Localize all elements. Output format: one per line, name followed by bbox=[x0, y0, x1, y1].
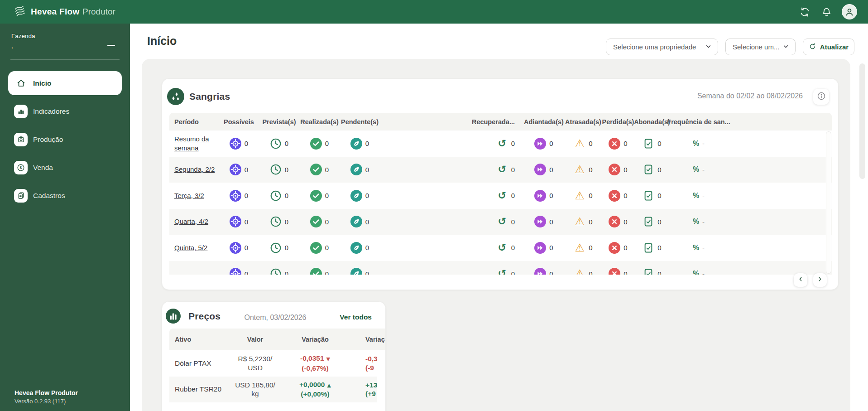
column-header: Adiantada(s) bbox=[524, 118, 564, 126]
precos-table-scrollbar[interactable] bbox=[377, 350, 386, 405]
sangria-period-link[interactable]: Terça, 3/2 bbox=[174, 191, 204, 200]
sidebar-item-indicadores[interactable]: Indicadores bbox=[8, 99, 122, 123]
brand-logo: Hevea Flow Produtor bbox=[14, 5, 115, 19]
undo-arrow-icon: ↺ bbox=[496, 138, 508, 150]
topbar: Hevea Flow Produtor bbox=[0, 0, 868, 24]
page-header: Início Selecione uma propriedade Selecio… bbox=[130, 24, 868, 59]
status-cell: 0 bbox=[350, 268, 369, 275]
topbar-actions bbox=[798, 4, 857, 19]
frequency-cell: %- bbox=[693, 218, 705, 226]
leaf-circle-icon bbox=[350, 190, 362, 202]
cell-value: 0 bbox=[325, 192, 329, 199]
status-cell: 0 bbox=[534, 164, 553, 175]
cell-value: 0 bbox=[589, 218, 592, 226]
sangrias-table-scrollbar[interactable] bbox=[826, 131, 831, 274]
column-header: Pendente(s) bbox=[341, 118, 379, 126]
check-circle-icon bbox=[310, 164, 322, 175]
bell-icon[interactable] bbox=[820, 5, 833, 18]
target-circle-icon bbox=[230, 190, 241, 202]
app-window: Hevea Flow Produtor Fazenda , bbox=[0, 0, 868, 411]
sangria-period-link[interactable]: Segunda, 2/2 bbox=[174, 165, 215, 174]
scale-icon bbox=[14, 133, 28, 146]
warning-triangle-icon: ⚠ bbox=[574, 138, 585, 150]
sangrias-card: Sangrias Semana do 02/02 ao 08/02/2026 P… bbox=[162, 78, 839, 290]
farm-value: , bbox=[11, 43, 13, 49]
user-avatar[interactable] bbox=[842, 4, 857, 19]
x-circle-icon bbox=[609, 164, 620, 175]
cell-value: 0 bbox=[365, 244, 369, 251]
file-check-icon bbox=[643, 138, 654, 150]
secondary-select-value: Selecione um... bbox=[733, 43, 779, 51]
sidebar-item-inicio[interactable]: Início bbox=[8, 71, 122, 95]
status-cell: 0 bbox=[230, 268, 248, 275]
status-cell: ⚠0 bbox=[574, 216, 592, 227]
status-cell: 0 bbox=[609, 138, 627, 150]
status-cell: 0 bbox=[609, 268, 627, 275]
sangria-period-link[interactable]: Quarta, 4/2 bbox=[174, 217, 208, 226]
status-cell: 0 bbox=[270, 138, 288, 150]
warning-triangle-icon: ⚠ bbox=[574, 164, 585, 175]
sidebar-item-producao[interactable]: Produção bbox=[8, 127, 122, 151]
table-row: Terça, 3/20000↺00⚠000%- bbox=[169, 183, 832, 209]
sync-icon[interactable] bbox=[798, 5, 811, 18]
cell-value: 0 bbox=[657, 166, 661, 174]
cell-value: 0 bbox=[245, 244, 248, 251]
previous-page-button[interactable] bbox=[794, 273, 807, 287]
cell-value: 0 bbox=[325, 244, 329, 251]
cell-value: 0 bbox=[657, 192, 661, 199]
view-all-link[interactable]: Ver todos bbox=[340, 313, 372, 321]
status-cell: ↺0 bbox=[496, 242, 523, 254]
leaf-circle-icon bbox=[350, 268, 362, 275]
column-header: Variaç bbox=[349, 336, 385, 343]
collapse-sidebar-button[interactable] bbox=[106, 42, 116, 49]
file-check-icon bbox=[643, 216, 654, 227]
cell-value: 0 bbox=[589, 192, 592, 199]
x-circle-icon bbox=[609, 268, 620, 275]
sidebar-item-venda[interactable]: $ Venda bbox=[8, 155, 122, 179]
secondary-select[interactable]: Selecione um... bbox=[725, 39, 796, 55]
sidebar-item-label: Início bbox=[33, 79, 51, 87]
status-cell: 0 bbox=[310, 216, 329, 227]
target-circle-icon bbox=[230, 138, 241, 150]
variation-daily: +0,0000▲ (+0,00%) bbox=[299, 380, 331, 399]
status-cell: 0 bbox=[350, 190, 369, 202]
check-circle-icon bbox=[310, 268, 322, 275]
target-circle-icon bbox=[230, 242, 241, 254]
cell-value: 0 bbox=[511, 140, 515, 147]
status-cell: 0 bbox=[230, 138, 248, 150]
fast-forward-circle-icon bbox=[534, 268, 546, 275]
next-page-button[interactable] bbox=[813, 273, 827, 287]
leaf-circle-icon bbox=[350, 216, 362, 227]
cell-value: 0 bbox=[657, 244, 661, 251]
fast-forward-circle-icon bbox=[534, 190, 546, 202]
cell-value: 0 bbox=[325, 218, 329, 226]
table-row: Dólar PTAX R$ 5,2230/ USD -0,0351▼ (-0,6… bbox=[169, 350, 386, 377]
page-scrollbar-thumb[interactable] bbox=[859, 63, 865, 179]
column-header: Atrasada(s) bbox=[565, 118, 601, 126]
cell-value: 0 bbox=[245, 192, 248, 199]
status-cell: 0 bbox=[270, 268, 288, 275]
cell-value: 0 bbox=[623, 192, 627, 199]
fast-forward-circle-icon bbox=[534, 242, 546, 254]
status-cell: ⚠0 bbox=[574, 138, 592, 150]
status-cell: 0 bbox=[609, 242, 627, 254]
status-cell: ⚠0 bbox=[574, 190, 592, 202]
refresh-button[interactable]: Atualizar bbox=[803, 39, 854, 55]
column-header: Possíveis bbox=[224, 118, 254, 126]
sangria-period-link[interactable]: Resumo da semana bbox=[174, 135, 219, 153]
property-select[interactable]: Selecione uma propriedade bbox=[606, 39, 718, 55]
info-button[interactable] bbox=[813, 89, 829, 105]
frequency-value: - bbox=[702, 218, 705, 226]
table-row: Quinta, 5/20000↺00⚠000%- bbox=[169, 235, 832, 261]
percent-icon: % bbox=[693, 270, 699, 275]
status-cell: 0 bbox=[609, 164, 627, 175]
status-cell: 0 bbox=[230, 242, 248, 254]
sangria-period-link[interactable]: Quinta, 5/2 bbox=[174, 243, 207, 252]
precos-date-label: Ontem, 03/02/2026 bbox=[244, 314, 307, 322]
bar-chart-icon bbox=[14, 105, 28, 118]
cell-value: 0 bbox=[285, 270, 288, 275]
app-version: Versão 0.2.93 (117) bbox=[14, 398, 78, 405]
sidebar-item-cadastros[interactable]: Cadastros bbox=[8, 184, 122, 208]
chevron-down-icon bbox=[705, 43, 712, 52]
asset-name: Dólar PTAX bbox=[169, 359, 229, 367]
